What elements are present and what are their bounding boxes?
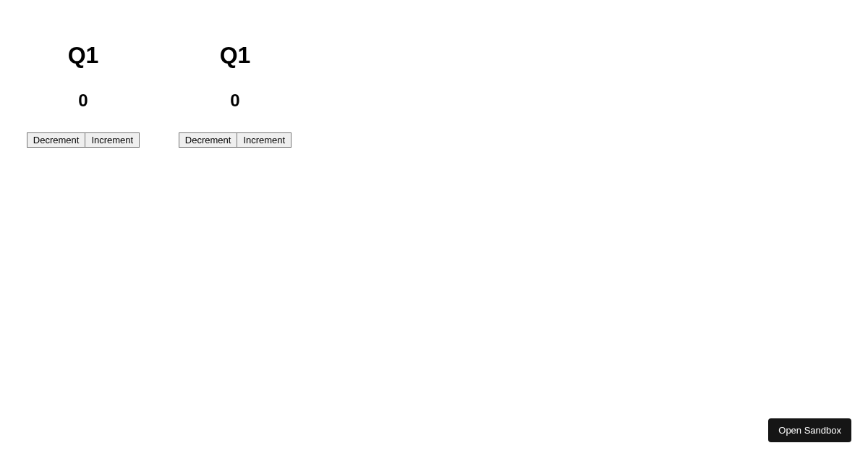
counter-title: Q1	[220, 42, 251, 69]
decrement-button[interactable]: Decrement	[27, 132, 86, 148]
counters-container: Q1 0 Decrement Increment Q1 0 Decrement …	[0, 0, 868, 148]
counter-panel: Q1 0 Decrement Increment	[29, 42, 137, 148]
counter-title: Q1	[68, 42, 99, 69]
increment-button[interactable]: Increment	[237, 132, 292, 148]
increment-button[interactable]: Increment	[85, 132, 140, 148]
decrement-button[interactable]: Decrement	[179, 132, 238, 148]
counter-value: 0	[78, 90, 88, 111]
open-sandbox-button[interactable]: Open Sandbox	[768, 418, 851, 442]
counter-buttons: Decrement Increment	[179, 132, 292, 148]
counter-buttons: Decrement Increment	[27, 132, 140, 148]
counter-panel: Q1 0 Decrement Increment	[181, 42, 289, 148]
counter-value: 0	[230, 90, 239, 111]
